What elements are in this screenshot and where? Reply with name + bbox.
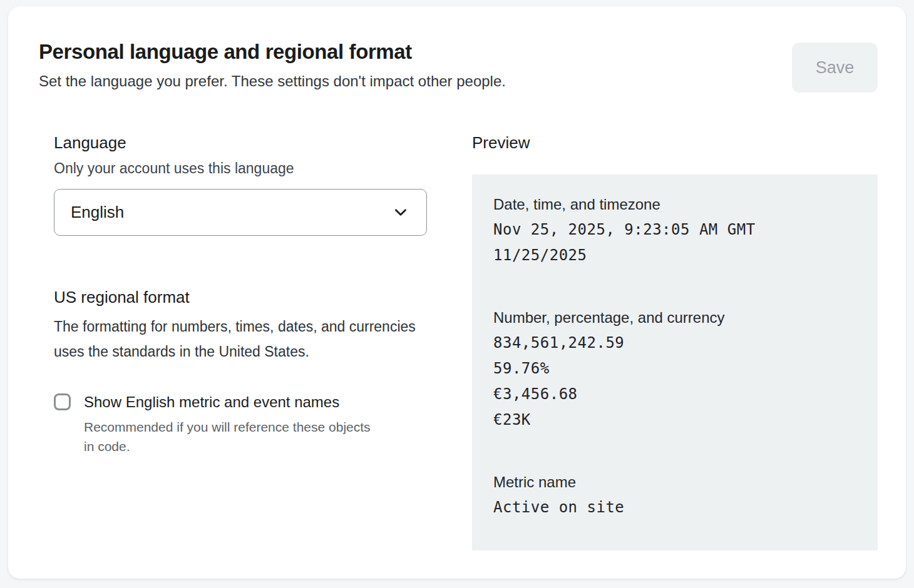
card-header: Personal language and regional format Se… [39,39,878,93]
preview-currency-short-value: €23K [493,407,859,433]
language-heading: Language [54,133,438,154]
preview-box: Date, time, and timezone Nov 25, 2025, 9… [472,175,878,550]
preview-group-number: Number, percentage, and currency 834,561… [493,305,859,433]
page-subtitle: Set the language you prefer. These setti… [39,71,506,91]
preview-currency-value: €3,456.68 [493,382,859,407]
preview-number-value: 834,561,242.59 [493,330,859,356]
preview-number-label: Number, percentage, and currency [493,305,859,330]
settings-card: Personal language and regional format Se… [8,6,906,579]
preview-datetime-value: Nov 25, 2025, 9:23:05 AM GMT [493,217,859,243]
header-text: Personal language and regional format Se… [39,39,506,92]
settings-columns: Language Only your account uses this lan… [54,133,878,550]
language-section: Language Only your account uses this lan… [54,133,438,236]
preview-column: Preview Date, time, and timezone Nov 25,… [472,133,878,550]
preview-group-metric: Metric name Active on site [493,469,859,520]
language-select-value: English [71,203,124,222]
preview-datetime-label: Date, time, and timezone [493,191,859,217]
page-title: Personal language and regional format [39,39,506,64]
preview-group-datetime: Date, time, and timezone Nov 25, 2025, 9… [493,191,859,268]
language-help-text: Only your account uses this language [54,159,438,178]
preview-metric-value: Active on site [493,495,859,520]
regional-format-heading: US regional format [54,287,438,308]
regional-format-section: US regional format The formatting for nu… [54,287,438,457]
settings-left-column: Language Only your account uses this lan… [54,133,438,550]
language-select[interactable]: English [54,189,427,236]
show-english-names-checkbox[interactable] [54,393,71,410]
show-english-names-row: Show English metric and event names Reco… [54,392,438,457]
checkbox-label: Show English metric and event names [84,392,378,412]
checkbox-help-text: Recommended if you will reference these … [84,417,378,457]
checkbox-text-block: Show English metric and event names Reco… [84,392,378,457]
preview-date-value: 11/25/2025 [493,243,859,268]
preview-percentage-value: 59.76% [493,356,859,382]
preview-heading: Preview [472,133,878,154]
preview-metric-label: Metric name [493,469,859,495]
regional-format-description: The formatting for numbers, times, dates… [54,314,437,364]
chevron-down-icon [393,204,409,220]
save-button[interactable]: Save [792,43,878,93]
